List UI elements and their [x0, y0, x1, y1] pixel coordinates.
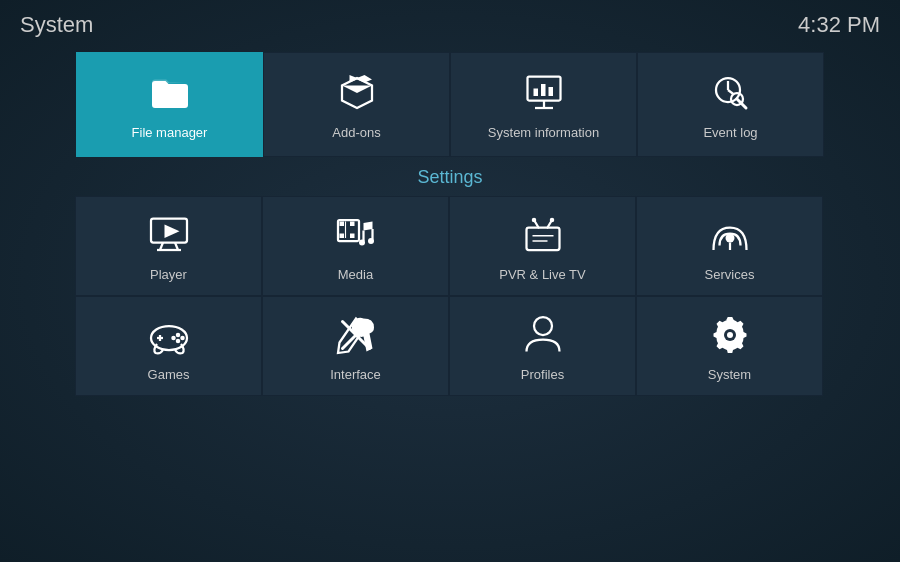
media-label: Media	[338, 267, 373, 282]
tile-system-information[interactable]: System information	[450, 52, 637, 157]
event-log-icon	[707, 69, 755, 117]
tile-event-log[interactable]: Event log	[637, 52, 824, 157]
svg-point-48	[727, 332, 733, 338]
svg-rect-20	[350, 233, 355, 238]
page-wrapper: System 4:32 PM File manager Add-ons	[0, 0, 900, 562]
svg-point-39	[180, 335, 185, 340]
tile-games[interactable]: Games	[75, 296, 262, 396]
settings-section: Settings Player	[0, 167, 900, 396]
games-icon	[145, 311, 193, 359]
player-icon	[145, 211, 193, 259]
file-manager-label: File manager	[132, 125, 208, 140]
folder-icon	[146, 69, 194, 117]
system-info-label: System information	[488, 125, 599, 140]
tile-file-manager[interactable]: File manager	[76, 52, 263, 157]
tile-pvr-live-tv[interactable]: PVR & Live TV	[449, 196, 636, 296]
settings-grid: Player	[0, 196, 900, 396]
svg-point-24	[359, 239, 365, 245]
svg-rect-17	[339, 221, 344, 226]
svg-point-30	[549, 217, 554, 222]
system-info-icon	[520, 69, 568, 117]
profiles-label: Profiles	[521, 367, 564, 382]
tile-player[interactable]: Player	[75, 196, 262, 296]
pvr-label: PVR & Live TV	[499, 267, 585, 282]
services-icon	[706, 211, 754, 259]
player-label: Player	[150, 267, 187, 282]
svg-point-41	[171, 335, 176, 340]
addons-icon	[333, 69, 381, 117]
svg-point-45	[534, 317, 552, 335]
svg-rect-26	[526, 227, 559, 250]
profiles-icon	[519, 311, 567, 359]
tile-add-ons[interactable]: Add-ons	[263, 52, 450, 157]
tile-system[interactable]: System	[636, 296, 823, 396]
services-label: Services	[705, 267, 755, 282]
tile-interface[interactable]: Interface	[262, 296, 449, 396]
svg-rect-18	[350, 221, 355, 226]
interface-label: Interface	[330, 367, 381, 382]
settings-row-2: Games Interface	[75, 296, 825, 396]
settings-title: Settings	[0, 167, 900, 188]
page-title: System	[20, 12, 93, 38]
system-icon	[706, 311, 754, 359]
games-label: Games	[148, 367, 190, 382]
interface-icon	[332, 311, 380, 359]
add-ons-label: Add-ons	[332, 125, 380, 140]
header: System 4:32 PM	[0, 0, 900, 50]
svg-rect-19	[339, 233, 344, 238]
media-icon	[332, 211, 380, 259]
svg-marker-15	[164, 224, 179, 238]
svg-rect-4	[541, 84, 546, 96]
svg-point-40	[175, 338, 180, 343]
tile-services[interactable]: Services	[636, 196, 823, 296]
tile-media[interactable]: Media	[262, 196, 449, 296]
settings-row-1: Player	[75, 196, 825, 296]
svg-point-38	[175, 332, 180, 337]
top-tiles-row: File manager Add-ons	[0, 52, 900, 157]
svg-point-25	[368, 238, 374, 244]
svg-rect-5	[548, 87, 553, 96]
svg-point-29	[531, 217, 536, 222]
tile-profiles[interactable]: Profiles	[449, 296, 636, 396]
system-label: System	[708, 367, 751, 382]
event-log-label: Event log	[703, 125, 757, 140]
clock: 4:32 PM	[798, 12, 880, 38]
svg-rect-3	[533, 89, 538, 97]
pvr-icon	[519, 211, 567, 259]
